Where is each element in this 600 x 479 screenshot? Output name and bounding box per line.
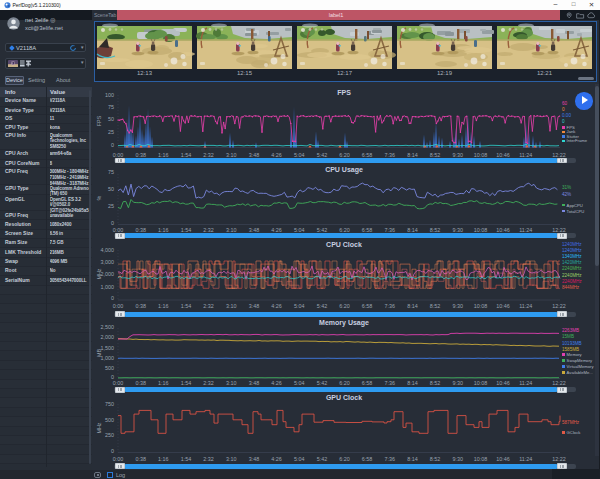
svg-text:11:24: 11:24	[519, 303, 532, 309]
svg-text:FPS: FPS	[337, 89, 351, 96]
svg-text:CPU Clock: CPU Clock	[326, 241, 362, 248]
svg-text:5:04: 5:04	[294, 456, 305, 462]
svg-text:10:46: 10:46	[496, 303, 510, 309]
svg-text:8:14: 8:14	[407, 152, 418, 158]
svg-text:5:04: 5:04	[294, 303, 305, 309]
svg-text:0:38: 0:38	[135, 380, 146, 386]
svg-text:1:16: 1:16	[158, 456, 169, 462]
svg-text:9:30: 9:30	[453, 456, 464, 462]
svg-text:4:26: 4:26	[271, 152, 282, 158]
svg-text:10:08: 10:08	[474, 227, 488, 233]
svg-text:1:16: 1:16	[158, 380, 169, 386]
svg-text:500: 500	[105, 417, 114, 423]
svg-text:4:26: 4:26	[271, 380, 282, 386]
svg-text:1:54: 1:54	[181, 152, 192, 158]
svg-text:8:14: 8:14	[407, 380, 418, 386]
svg-text:4:26: 4:26	[271, 227, 282, 233]
svg-text:7:36: 7:36	[385, 303, 396, 309]
svg-text:6:20: 6:20	[339, 456, 350, 462]
svg-text:10:08: 10:08	[474, 456, 488, 462]
svg-text:12:22: 12:22	[552, 456, 566, 462]
svg-text:9:30: 9:30	[453, 152, 464, 158]
svg-text:11:24: 11:24	[519, 152, 532, 158]
svg-text:1,500: 1,500	[101, 345, 115, 351]
svg-text:MHz: MHz	[96, 268, 102, 279]
svg-text:%: %	[96, 195, 102, 200]
svg-text:5:04: 5:04	[294, 152, 305, 158]
svg-text:25: 25	[108, 129, 114, 135]
svg-text:3:48: 3:48	[249, 227, 260, 233]
svg-text:5:42: 5:42	[317, 152, 328, 158]
svg-text:8:52: 8:52	[430, 456, 441, 462]
svg-text:11:24: 11:24	[519, 456, 532, 462]
svg-text:750: 750	[105, 401, 114, 407]
svg-text:6:58: 6:58	[362, 380, 373, 386]
svg-text:75: 75	[108, 169, 114, 175]
svg-text:8:52: 8:52	[430, 227, 441, 233]
svg-text:1:16: 1:16	[158, 152, 169, 158]
svg-text:5:42: 5:42	[317, 227, 328, 233]
svg-text:0: 0	[111, 220, 114, 226]
svg-text:100: 100	[105, 92, 114, 98]
svg-text:0:38: 0:38	[135, 303, 146, 309]
svg-text:8:14: 8:14	[407, 227, 418, 233]
svg-text:12:22: 12:22	[552, 227, 566, 233]
svg-text:1:54: 1:54	[181, 380, 192, 386]
svg-text:12:22: 12:22	[552, 152, 566, 158]
svg-text:6:20: 6:20	[339, 152, 350, 158]
svg-text:9:30: 9:30	[453, 380, 464, 386]
svg-text:1:54: 1:54	[181, 227, 192, 233]
svg-text:4,000: 4,000	[101, 247, 115, 253]
svg-text:7:36: 7:36	[385, 456, 396, 462]
svg-text:0:38: 0:38	[135, 456, 146, 462]
svg-text:3:10: 3:10	[226, 456, 237, 462]
svg-text:1:16: 1:16	[158, 227, 169, 233]
svg-text:11:24: 11:24	[519, 227, 532, 233]
svg-text:0:00: 0:00	[113, 227, 124, 233]
svg-text:6:20: 6:20	[339, 227, 350, 233]
svg-text:3:10: 3:10	[226, 380, 237, 386]
svg-text:6:58: 6:58	[362, 456, 373, 462]
svg-text:1:54: 1:54	[181, 456, 192, 462]
svg-text:12:22: 12:22	[552, 380, 566, 386]
svg-text:8:52: 8:52	[430, 152, 441, 158]
svg-text:8:52: 8:52	[430, 303, 441, 309]
svg-text:1,000: 1,000	[101, 284, 115, 290]
svg-text:7:36: 7:36	[385, 380, 396, 386]
svg-text:6:58: 6:58	[362, 303, 373, 309]
svg-text:5:42: 5:42	[317, 380, 328, 386]
svg-text:500: 500	[105, 365, 114, 371]
svg-text:5:04: 5:04	[294, 227, 305, 233]
svg-text:MHz: MHz	[96, 422, 102, 433]
svg-text:5:42: 5:42	[317, 456, 328, 462]
svg-text:1,000: 1,000	[101, 355, 115, 361]
svg-text:4:26: 4:26	[271, 456, 282, 462]
svg-text:CPU Usage: CPU Usage	[325, 166, 363, 174]
svg-text:11:24: 11:24	[519, 380, 532, 386]
svg-text:3:48: 3:48	[249, 303, 260, 309]
svg-text:0: 0	[111, 142, 114, 148]
svg-text:Memory Usage: Memory Usage	[319, 319, 369, 327]
svg-text:25: 25	[108, 203, 114, 209]
svg-text:10:46: 10:46	[496, 380, 510, 386]
svg-text:3:10: 3:10	[226, 152, 237, 158]
svg-text:10:08: 10:08	[474, 380, 488, 386]
svg-text:250: 250	[105, 432, 114, 438]
svg-text:3:48: 3:48	[249, 380, 260, 386]
svg-text:50: 50	[108, 116, 114, 122]
svg-text:0:38: 0:38	[135, 152, 146, 158]
svg-text:10:08: 10:08	[474, 303, 488, 309]
svg-text:7:36: 7:36	[385, 227, 396, 233]
svg-text:3:48: 3:48	[249, 152, 260, 158]
svg-text:3:10: 3:10	[226, 227, 237, 233]
svg-text:2:32: 2:32	[203, 227, 214, 233]
svg-text:2:32: 2:32	[203, 456, 214, 462]
svg-text:75: 75	[108, 104, 114, 110]
svg-text:0:00: 0:00	[113, 456, 124, 462]
svg-text:3,000: 3,000	[101, 259, 115, 265]
svg-text:8:14: 8:14	[407, 456, 418, 462]
svg-text:10:46: 10:46	[496, 152, 510, 158]
svg-text:2:32: 2:32	[203, 152, 214, 158]
svg-text:5:42: 5:42	[317, 303, 328, 309]
svg-text:MB: MB	[96, 349, 102, 357]
